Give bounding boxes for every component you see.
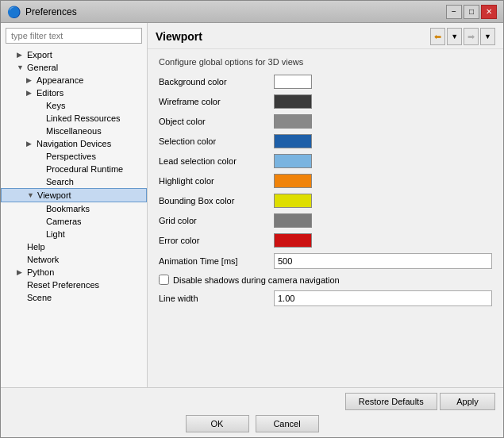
preferences-window: 🔵 Preferences − □ ✕ ▶ Export ▼ General bbox=[0, 0, 504, 438]
tree-item-appearance[interactable]: ▶ Appearance bbox=[1, 74, 147, 86]
tree-label: Export bbox=[27, 50, 52, 60]
tree-label: Light bbox=[46, 229, 65, 239]
section-title: Viewport bbox=[156, 30, 202, 43]
highlight-color-label: Highlight color bbox=[159, 176, 274, 186]
tree-item-help[interactable]: Help bbox=[1, 240, 147, 253]
tree-label: Scene bbox=[27, 293, 52, 302]
selection-color-swatch[interactable] bbox=[274, 134, 312, 148]
tree-label: Cameras bbox=[46, 217, 82, 226]
color-row-background: Background color bbox=[159, 75, 492, 89]
object-color-swatch[interactable] bbox=[274, 114, 312, 129]
tree-item-bookmarks[interactable]: Bookmarks bbox=[1, 202, 147, 215]
arrow-icon: ▶ bbox=[26, 76, 34, 84]
line-width-input[interactable] bbox=[274, 290, 492, 306]
disable-shadows-label: Disable shadows during camera navigation bbox=[173, 275, 340, 285]
color-row-selection: Selection color bbox=[159, 134, 492, 148]
tree-item-viewport[interactable]: ▼ Viewport bbox=[1, 188, 147, 202]
tree-item-procedural-runtime[interactable]: Procedural Runtime bbox=[1, 163, 147, 175]
tree-item-reset-preferences[interactable]: Reset Preferences bbox=[1, 279, 147, 291]
restore-defaults-button[interactable]: Restore Defaults bbox=[345, 393, 437, 410]
content-area: ▶ Export ▼ General ▶ Appearance ▶ Editor… bbox=[1, 23, 503, 387]
bottom-row-2: OK Cancel bbox=[9, 415, 495, 432]
selection-color-label: Selection color bbox=[159, 136, 274, 146]
background-color-swatch[interactable] bbox=[274, 75, 312, 89]
title-bar-left: 🔵 Preferences bbox=[7, 6, 77, 18]
tree-label: Linked Ressources bbox=[46, 113, 121, 123]
tree-item-linked-ressources[interactable]: Linked Ressources bbox=[1, 112, 147, 125]
cancel-button[interactable]: Cancel bbox=[256, 415, 319, 432]
nav-dropdown-button[interactable]: ▼ bbox=[447, 28, 462, 45]
window-title: Preferences bbox=[25, 6, 77, 17]
bounding-box-color-label: Bounding Box color bbox=[159, 196, 274, 206]
tree-item-general[interactable]: ▼ General bbox=[1, 61, 147, 74]
color-row-highlight: Highlight color bbox=[159, 174, 492, 188]
tree-label: Navigation Devices bbox=[37, 139, 111, 148]
nav-fwd-button[interactable]: ➡ bbox=[464, 28, 479, 45]
tree-label: Reset Preferences bbox=[27, 280, 99, 290]
maximize-button[interactable]: □ bbox=[464, 5, 479, 19]
line-width-row: Line width bbox=[159, 290, 492, 306]
arrow-icon: ▼ bbox=[17, 63, 25, 71]
wireframe-color-label: Wireframe color bbox=[159, 97, 274, 106]
arrow-icon: ▶ bbox=[17, 51, 25, 59]
close-button[interactable]: ✕ bbox=[481, 5, 497, 19]
tree-label: Python bbox=[27, 267, 54, 277]
animation-time-label: Animation Time [ms] bbox=[159, 256, 274, 266]
tree-label: Keys bbox=[46, 101, 65, 110]
color-row-lead-selection: Lead selection color bbox=[159, 154, 492, 168]
nav-back-button[interactable]: ⬅ bbox=[430, 28, 445, 45]
bounding-box-color-swatch[interactable] bbox=[274, 194, 312, 208]
color-row-wireframe: Wireframe color bbox=[159, 94, 492, 109]
tree-label: Bookmarks bbox=[46, 204, 90, 213]
tree-item-scene[interactable]: Scene bbox=[1, 291, 147, 304]
color-row-bounding-box: Bounding Box color bbox=[159, 194, 492, 208]
tree-item-network[interactable]: Network bbox=[1, 253, 147, 266]
tree-label: Appearance bbox=[37, 75, 83, 85]
title-bar-buttons: − □ ✕ bbox=[446, 5, 497, 19]
title-bar: 🔵 Preferences − □ ✕ bbox=[1, 1, 503, 23]
color-row-error: Error color bbox=[159, 233, 492, 248]
right-header: Viewport ⬅ ▼ ➡ ▼ bbox=[148, 23, 503, 49]
app-icon: 🔵 bbox=[7, 6, 21, 18]
bottom-bar: Restore Defaults Apply OK Cancel bbox=[1, 387, 503, 437]
tree-item-miscellaneous[interactable]: Miscellaneous bbox=[1, 125, 147, 137]
arrow-icon: ▶ bbox=[26, 140, 34, 148]
arrow-icon: ▶ bbox=[26, 89, 34, 97]
animation-time-input[interactable] bbox=[274, 253, 492, 269]
error-color-swatch[interactable] bbox=[274, 233, 312, 248]
tree-label: Network bbox=[27, 255, 59, 264]
nav-dropdown2-button[interactable]: ▼ bbox=[480, 28, 495, 45]
ok-button[interactable]: OK bbox=[186, 415, 249, 432]
minimize-button[interactable]: − bbox=[446, 5, 462, 19]
lead-selection-color-label: Lead selection color bbox=[159, 156, 274, 166]
apply-button[interactable]: Apply bbox=[440, 393, 495, 410]
tree-label: Miscellaneous bbox=[46, 126, 102, 136]
color-row-object: Object color bbox=[159, 114, 492, 129]
disable-shadows-row: Disable shadows during camera navigation bbox=[159, 275, 492, 285]
filter-input[interactable] bbox=[6, 28, 142, 44]
tree-label: Perspectives bbox=[46, 152, 96, 161]
tree-item-export[interactable]: ▶ Export bbox=[1, 48, 147, 61]
highlight-color-swatch[interactable] bbox=[274, 174, 312, 188]
disable-shadows-checkbox[interactable] bbox=[159, 275, 169, 285]
tree-item-navigation-devices[interactable]: ▶ Navigation Devices bbox=[1, 137, 147, 150]
left-panel: ▶ Export ▼ General ▶ Appearance ▶ Editor… bbox=[1, 23, 148, 387]
color-row-grid: Grid color bbox=[159, 213, 492, 228]
tree-item-python[interactable]: ▶ Python bbox=[1, 266, 147, 279]
tree-item-editors[interactable]: ▶ Editors bbox=[1, 86, 147, 99]
tree-label: General bbox=[27, 63, 58, 72]
tree-item-search[interactable]: Search bbox=[1, 175, 147, 188]
wireframe-color-swatch[interactable] bbox=[274, 94, 312, 109]
lead-selection-color-swatch[interactable] bbox=[274, 154, 312, 168]
right-panel: Viewport ⬅ ▼ ➡ ▼ Configure global option… bbox=[148, 23, 503, 387]
tree-item-light[interactable]: Light bbox=[1, 228, 147, 240]
line-width-label: Line width bbox=[159, 294, 274, 303]
right-body: Configure global options for 3D views Ba… bbox=[148, 49, 503, 387]
tree-item-perspectives[interactable]: Perspectives bbox=[1, 150, 147, 163]
tree: ▶ Export ▼ General ▶ Appearance ▶ Editor… bbox=[1, 48, 147, 387]
object-color-label: Object color bbox=[159, 117, 274, 126]
tree-item-cameras[interactable]: Cameras bbox=[1, 215, 147, 228]
tree-label: Search bbox=[46, 177, 74, 186]
grid-color-swatch[interactable] bbox=[274, 213, 312, 228]
tree-item-keys[interactable]: Keys bbox=[1, 99, 147, 112]
